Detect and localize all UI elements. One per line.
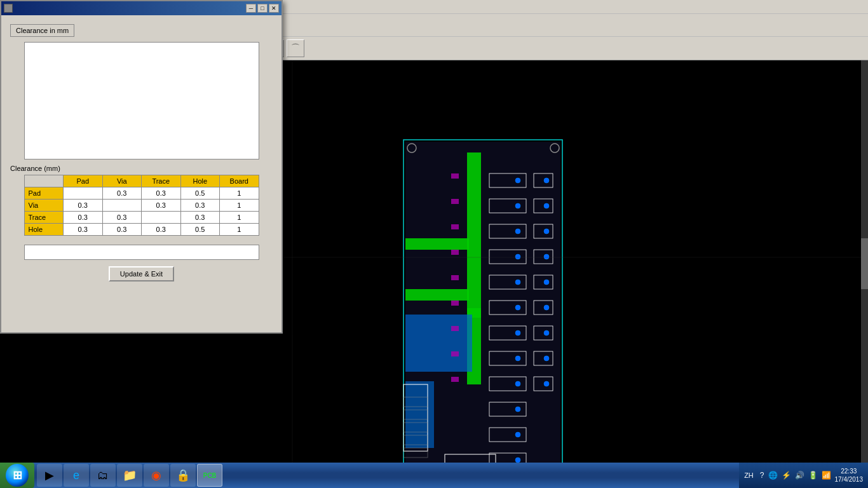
col-via: Via [102, 175, 142, 187]
cell-hole-via: 0.3 [102, 224, 142, 236]
svg-point-34 [515, 254, 520, 259]
svg-rect-6 [405, 289, 469, 301]
info-box [24, 245, 259, 260]
col-empty [24, 175, 64, 187]
taskbar-battery-icon: 🔋 [808, 471, 818, 480]
dialog-bottom: Update & Exit [1, 241, 281, 285]
cell-pad-pad [64, 187, 103, 200]
svg-point-41 [515, 432, 520, 437]
svg-rect-63 [451, 173, 459, 179]
svg-rect-67 [451, 275, 459, 280]
dialog-content: Clearance in mm Clearance (mm) Pad Via T… [1, 15, 281, 241]
update-exit-button[interactable]: Update & Exit [109, 266, 174, 281]
table-row-trace: Trace 0.3 0.3 0.3 1 [24, 212, 259, 224]
clearance-dialog: ─ □ ✕ Clearance in mm Clearance (mm) Pad… [0, 0, 283, 334]
cell-pad-via: 0.3 [102, 187, 142, 200]
cell-via-pad: 0.3 [64, 200, 103, 212]
tb-arc[interactable]: ⌒ [287, 39, 304, 57]
col-trace: Trace [142, 175, 181, 187]
preview-area [24, 42, 259, 159]
svg-rect-66 [451, 250, 459, 255]
taskbar-app-explorer[interactable]: 🗂 [90, 464, 116, 487]
clearance-table: Pad Via Trace Hole Board Pad 0.3 0.3 0.5… [24, 175, 259, 236]
col-hole: Hole [180, 175, 220, 187]
svg-point-49 [544, 305, 549, 310]
row-label-pad: Pad [24, 187, 64, 200]
taskbar-volume-icon: 🔊 [795, 471, 804, 480]
svg-rect-7 [405, 315, 472, 372]
table-row-hole: Hole 0.3 0.3 0.3 0.5 1 [24, 224, 259, 236]
cell-via-via [102, 200, 142, 212]
taskbar-date-display: 17/4/2013 [835, 475, 864, 484]
dialog-title-area [4, 4, 13, 13]
dialog-maximize-btn[interactable]: □ [257, 4, 268, 13]
svg-rect-5 [405, 238, 469, 250]
cell-trace-via: 0.3 [102, 212, 142, 224]
cell-via-hole: 0.3 [180, 200, 220, 212]
cell-trace-hole: 0.3 [180, 212, 220, 224]
taskbar-time-display: 22:33 [835, 467, 864, 475]
svg-point-32 [515, 203, 520, 208]
clearance-mm-label: Clearance (mm) [10, 165, 273, 172]
svg-point-44 [544, 178, 549, 183]
table-row-pad: Pad 0.3 0.3 0.5 1 [24, 187, 259, 200]
taskbar-app-chrome[interactable]: ◉ [144, 464, 169, 487]
cell-pad-board: 1 [220, 187, 259, 200]
cell-via-trace: 0.3 [142, 200, 181, 212]
cell-pad-hole: 0.5 [180, 187, 220, 200]
dialog-icon [4, 4, 13, 13]
svg-point-45 [544, 203, 549, 208]
svg-rect-3 [467, 152, 481, 318]
taskbar-app-media[interactable]: ▶ [37, 464, 62, 487]
cell-trace-trace [142, 212, 181, 224]
svg-point-39 [515, 381, 520, 386]
svg-point-31 [515, 178, 520, 183]
taskbar-app-files[interactable]: 📁 [117, 464, 142, 487]
start-button[interactable]: ⊞ [0, 463, 34, 488]
cell-trace-pad: 0.3 [64, 212, 103, 224]
svg-point-33 [515, 229, 520, 234]
dialog-minimize-btn[interactable]: ─ [246, 4, 256, 13]
dialog-controls: ─ □ ✕ [246, 4, 279, 13]
cell-hole-board: 1 [220, 224, 259, 236]
clearance-label-box: Clearance in mm [6, 20, 276, 42]
cell-hole-trace: 0.3 [142, 224, 181, 236]
cell-hole-pad: 0.3 [64, 224, 103, 236]
svg-point-37 [515, 330, 520, 336]
svg-rect-65 [451, 224, 459, 229]
taskbar-app-pcb[interactable]: PCB [197, 464, 222, 487]
taskbar-network-icon: 🌐 [768, 471, 778, 480]
svg-rect-69 [451, 326, 459, 331]
taskbar-usb-icon: ⚡ [782, 471, 791, 480]
taskbar: ⊞ ▶ e 🗂 📁 ◉ 🔒 PCB ZH ? 🌐 ⚡ 🔊 🔋 📶 22:33 1… [0, 463, 868, 488]
cell-via-board: 1 [220, 200, 259, 212]
taskbar-signal-icon: 📶 [822, 471, 831, 480]
start-orb: ⊞ [6, 464, 29, 487]
svg-rect-64 [451, 199, 459, 204]
svg-rect-76 [861, 238, 868, 289]
dialog-close-btn[interactable]: ✕ [269, 4, 279, 13]
cell-hole-hole: 0.5 [180, 224, 220, 236]
row-label-trace: Trace [24, 212, 64, 224]
svg-point-52 [544, 381, 549, 386]
taskbar-app-ie[interactable]: e [64, 464, 89, 487]
svg-point-42 [515, 458, 520, 463]
svg-point-40 [515, 407, 520, 412]
taskbar-right: ZH ? 🌐 ⚡ 🔊 🔋 📶 22:33 17/4/2013 [739, 463, 868, 488]
taskbar-app-lock[interactable]: 🔒 [170, 464, 196, 487]
taskbar-apps: ▶ e 🗂 📁 ◉ 🔒 PCB [37, 464, 222, 487]
table-row-via: Via 0.3 0.3 0.3 1 [24, 200, 259, 212]
row-label-via: Via [24, 200, 64, 212]
svg-point-38 [515, 356, 520, 361]
row-label-hole: Hole [24, 224, 64, 236]
taskbar-lang: ZH [744, 471, 754, 479]
svg-rect-70 [451, 351, 459, 356]
svg-point-36 [515, 305, 520, 310]
svg-point-48 [544, 280, 549, 285]
cell-trace-board: 1 [220, 212, 259, 224]
dialog-titlebar: ─ □ ✕ [1, 1, 281, 15]
taskbar-clock: 22:33 17/4/2013 [835, 467, 864, 484]
clearance-header-label: Clearance in mm [10, 24, 74, 37]
taskbar-help-icon: ? [760, 471, 764, 480]
svg-point-35 [515, 280, 520, 285]
